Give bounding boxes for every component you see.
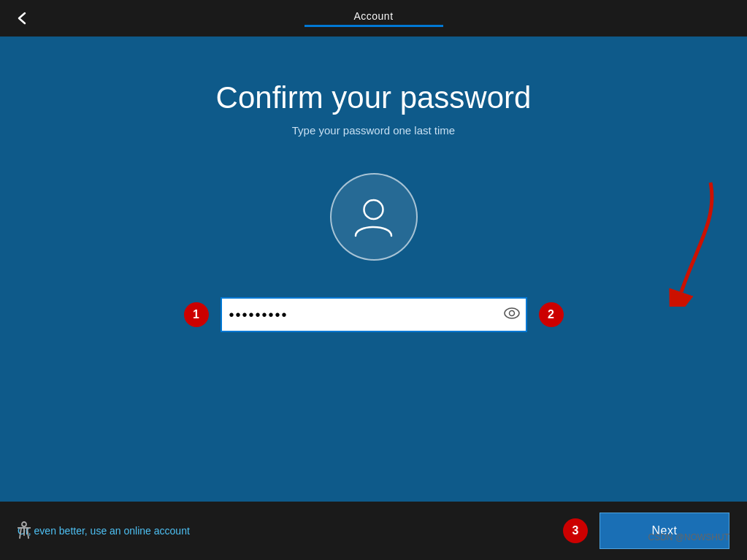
tab-underline [304,25,443,27]
avatar [330,173,418,261]
svg-point-0 [364,200,383,219]
top-bar: Account [0,0,747,37]
accessibility-icon [15,521,34,544]
step-badge-2: 2 [539,302,564,327]
svg-point-1 [505,308,519,318]
back-button[interactable] [15,10,31,26]
password-input-wrapper [221,297,527,332]
svg-point-4 [22,522,26,526]
account-tab: Account [304,10,443,27]
password-input-row: 1 2 [184,297,564,332]
next-button[interactable]: Next [599,513,729,549]
show-password-icon[interactable] [504,307,520,323]
account-tab-label: Account [353,10,393,22]
bottom-bar: Or, even better, use an online account 3… [0,502,747,560]
main-content: Confirm your password Type your password… [0,37,747,332]
step-badge-1: 1 [184,302,209,327]
step-badge-3: 3 [563,518,588,543]
user-icon [348,191,399,242]
page-subtitle: Type your password one last time [292,124,455,137]
password-input[interactable] [222,299,526,331]
page-title: Confirm your password [216,80,532,115]
watermark: CSDN @NOWSHUT [648,532,729,542]
online-account-link[interactable]: Or, even better, use an online account [18,525,190,537]
svg-point-2 [509,310,514,315]
bottom-right-controls: 3 Next [563,513,729,549]
